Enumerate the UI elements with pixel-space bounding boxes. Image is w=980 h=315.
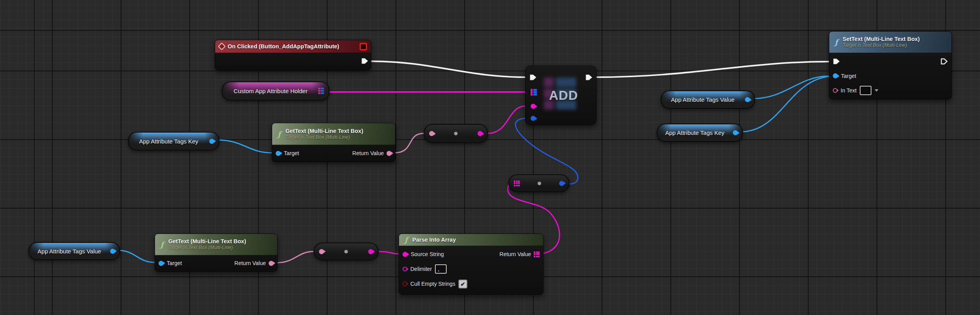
variable-label: App Attribute Tags Key bbox=[665, 129, 735, 136]
node-settext[interactable]: SetText (Multi-Line Text Box) Target is … bbox=[829, 31, 952, 99]
return-value-output-pin[interactable] bbox=[269, 261, 274, 266]
pin-label: In Text bbox=[841, 87, 857, 94]
return-value-output-pin[interactable] bbox=[387, 151, 392, 156]
object-output-pin[interactable] bbox=[745, 97, 750, 102]
function-icon bbox=[159, 240, 165, 249]
delimiter-value-field[interactable]: , bbox=[435, 264, 447, 274]
chevron-down-icon[interactable] bbox=[875, 89, 878, 92]
exec-out-pin[interactable] bbox=[585, 74, 593, 81]
object-output-pin[interactable] bbox=[209, 139, 214, 144]
wire-exec-onclicked-to-add[interactable] bbox=[370, 61, 526, 77]
node-subtitle: Target is Text Box (Multi-Line) bbox=[285, 134, 363, 141]
target-input-pin[interactable] bbox=[276, 151, 281, 156]
pin-label: Target bbox=[841, 73, 856, 79]
variable-label: Custom App Attribute Holder bbox=[233, 88, 317, 94]
string-output-pin[interactable] bbox=[368, 249, 373, 254]
delegate-output-pin[interactable] bbox=[360, 43, 367, 50]
function-icon bbox=[833, 38, 839, 46]
node-totext-string-conversion-bottom[interactable] bbox=[314, 242, 379, 260]
node-title: GetText (Multi-Line Text Box) bbox=[285, 127, 363, 134]
text-input-pin[interactable] bbox=[319, 249, 324, 254]
exec-in-pin[interactable] bbox=[833, 58, 840, 65]
in-text-value-field[interactable] bbox=[860, 86, 871, 95]
variable-app-attribute-tags-value-right[interactable]: App Attribute Tags Value bbox=[661, 90, 755, 109]
function-icon bbox=[276, 130, 282, 138]
node-array-conversion[interactable] bbox=[508, 174, 570, 192]
node-gettext-bottom[interactable]: GetText (Multi-Line Text Box) Target is … bbox=[155, 234, 278, 272]
variable-custom-app-attribute-holder[interactable]: Custom App Attribute Holder bbox=[222, 81, 330, 101]
pin-label: Cull Empty Strings bbox=[410, 281, 455, 287]
node-title: On Clicked (Button_AddAppTagAttribute) bbox=[228, 43, 339, 50]
object-output-pin[interactable] bbox=[110, 249, 115, 254]
text-input-pin[interactable] bbox=[429, 131, 434, 136]
exec-out-pin[interactable] bbox=[941, 58, 948, 65]
cull-empty-strings-input-pin[interactable] bbox=[403, 281, 407, 286]
wire-gettext-bottom-to-conv[interactable] bbox=[276, 251, 314, 263]
delimiter-input-pin[interactable] bbox=[403, 267, 407, 271]
pin-label: Return Value bbox=[499, 251, 531, 257]
object-output-pin[interactable] bbox=[733, 130, 738, 135]
pin-label: Delimiter bbox=[410, 266, 432, 272]
pin-label: Source String bbox=[411, 251, 444, 257]
node-title: SetText (Multi-Line Text Box) bbox=[843, 35, 920, 42]
pin-label: Return Value bbox=[234, 260, 266, 266]
value-input-pin[interactable] bbox=[531, 116, 536, 121]
node-onclicked-event[interactable]: On Clicked (Button_AddAppTagAttribute) bbox=[215, 40, 371, 70]
conversion-dot-icon bbox=[538, 182, 541, 185]
return-value-array-output-pin[interactable] bbox=[534, 251, 540, 257]
target-input-pin[interactable] bbox=[159, 261, 164, 266]
string-output-pin[interactable] bbox=[478, 131, 483, 136]
blueprint-graph-canvas[interactable]: On Clicked (Button_AddAppTagAttribute) C… bbox=[0, 0, 980, 315]
node-subtitle: Target is Text Box (Multi-Line) bbox=[843, 42, 920, 49]
cull-empty-strings-checkbox[interactable] bbox=[458, 280, 467, 288]
variable-label: App Attribute Tags Key bbox=[139, 138, 208, 145]
source-string-input-pin[interactable] bbox=[403, 252, 408, 257]
variable-label: App Attribute Tags Value bbox=[37, 248, 111, 255]
value-output-pin[interactable] bbox=[559, 181, 564, 186]
target-input-pin[interactable] bbox=[833, 73, 838, 78]
node-totext-string-conversion-top[interactable] bbox=[424, 124, 488, 143]
pin-label: Target bbox=[284, 150, 299, 156]
node-title: GetText (Multi-Line Text Box) bbox=[168, 238, 246, 245]
node-parse-into-array[interactable]: Parse Into Array Source String Return Va… bbox=[399, 234, 543, 295]
wire-gettext-top-to-conv[interactable] bbox=[394, 133, 424, 153]
node-add-map[interactable]: ADD bbox=[525, 65, 597, 125]
key-input-pin[interactable] bbox=[531, 104, 536, 109]
conversion-dot-icon bbox=[344, 250, 348, 253]
variable-app-attribute-tags-value-bottom[interactable]: App Attribute Tags Value bbox=[29, 242, 120, 260]
variable-app-attribute-tags-key-left[interactable]: App Attribute Tags Key bbox=[128, 132, 219, 150]
target-map-input-pin[interactable] bbox=[531, 89, 537, 96]
wire-conv-to-parse-source[interactable] bbox=[378, 251, 399, 254]
variable-app-attribute-tags-key-right[interactable]: App Attribute Tags Key bbox=[657, 124, 743, 142]
pin-label: Target bbox=[167, 260, 182, 266]
node-gettext-top[interactable]: GetText (Multi-Line Text Box) Target is … bbox=[272, 123, 396, 162]
function-icon bbox=[403, 235, 409, 244]
exec-in-pin[interactable] bbox=[529, 74, 537, 81]
node-title: Parse Into Array bbox=[412, 237, 456, 243]
event-diamond-icon bbox=[218, 42, 226, 50]
node-subtitle: Target is Text Box (Multi-Line) bbox=[168, 245, 246, 251]
map-pin-icon[interactable] bbox=[318, 88, 324, 94]
wire-key-to-gettext-top[interactable] bbox=[217, 140, 272, 153]
add-node-label: ADD bbox=[549, 88, 578, 103]
wire-value-to-gettext-bottom[interactable] bbox=[117, 250, 155, 262]
pin-label: Return Value bbox=[352, 150, 384, 156]
exec-out-pin[interactable] bbox=[361, 58, 369, 64]
variable-label: App Attribute Tags Value bbox=[671, 96, 745, 103]
in-text-input-pin[interactable] bbox=[833, 88, 837, 93]
wire-exec-add-to-settext[interactable] bbox=[596, 62, 829, 77]
string-array-input-pin[interactable] bbox=[514, 181, 520, 186]
conversion-dot-icon bbox=[454, 132, 458, 135]
